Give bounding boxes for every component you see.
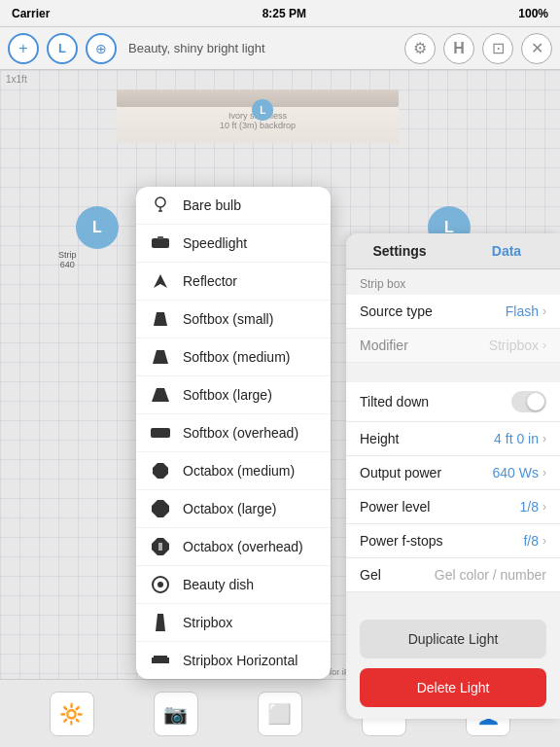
svg-rect-3 xyxy=(152,238,169,248)
speedlight-icon xyxy=(150,232,171,254)
settings-row-value-4: 640 Ws xyxy=(493,465,539,480)
softbox-small-icon xyxy=(150,308,171,330)
toolbar-right: ⚙ H ⊡ ✕ xyxy=(404,33,552,64)
settings-header: Settings Data xyxy=(346,233,560,269)
bare-bulb-icon xyxy=(150,195,171,216)
menu-item-softbox-small[interactable]: Softbox (small) xyxy=(136,301,331,338)
beauty-dish-icon xyxy=(150,574,171,595)
chevron-icon-4: › xyxy=(542,466,546,480)
menu-item-octabox-large[interactable]: Octabox (large) xyxy=(136,490,331,528)
menu-item-label-12: Stripbox Horizontal xyxy=(183,653,298,668)
tool-reflector[interactable]: ⬜ xyxy=(258,692,302,736)
menu-item-softbox-large[interactable]: Softbox (large) xyxy=(136,376,331,414)
light-button[interactable]: L xyxy=(47,33,78,64)
settings-row-7[interactable]: GelGel color / number xyxy=(346,558,560,592)
settings-row-value-container-1[interactable]: Stripbox› xyxy=(489,338,546,353)
softbox-large-icon xyxy=(150,384,171,406)
share-icon-btn[interactable]: ⊡ xyxy=(482,33,513,64)
menu-item-beauty-dish[interactable]: Beauty dish xyxy=(136,566,331,604)
settings-row-5[interactable]: Power level1/8› xyxy=(346,490,560,524)
chevron-icon-1: › xyxy=(542,338,546,352)
menu-item-label-1: Speedlight xyxy=(183,235,247,251)
menu-item-softbox-medium[interactable]: Softbox (medium) xyxy=(136,338,331,376)
svg-marker-6 xyxy=(153,463,168,479)
scene-button[interactable]: ⊕ xyxy=(86,33,117,64)
softbox-overhead-icon xyxy=(150,422,171,444)
stripbox-icon xyxy=(150,612,171,633)
settings-row-label-0: Source type xyxy=(360,303,433,319)
light-left[interactable]: L xyxy=(76,206,119,249)
menu-item-speedlight[interactable]: Speedlight xyxy=(136,225,331,263)
menu-item-label-0: Bare bulb xyxy=(183,197,241,213)
menu-item-label-8: Octabox (large) xyxy=(183,501,276,516)
settings-row-value-1: Stripbox xyxy=(489,338,539,353)
svg-rect-5 xyxy=(151,428,170,438)
menu-item-label-11: Stripbox xyxy=(183,615,232,630)
menu-item-label-3: Softbox (small) xyxy=(183,311,273,327)
octabox-medium-icon xyxy=(150,460,171,481)
settings-row-value-container-5[interactable]: 1/8› xyxy=(520,499,546,515)
settings-row-6[interactable]: Power f-stopsf/8› xyxy=(346,524,560,558)
settings-row-value-6: f/8 xyxy=(523,533,539,549)
delete-light-button[interactable]: Delete Light xyxy=(360,668,546,707)
settings-row-value-container-3[interactable]: 4 ft 0 in› xyxy=(494,431,546,446)
battery-label: 100% xyxy=(518,7,548,20)
settings-buttons: Duplicate Light Delete Light xyxy=(346,608,560,719)
duplicate-light-button[interactable]: Duplicate Light xyxy=(360,620,546,658)
settings-row-4[interactable]: Output power640 Ws› xyxy=(346,456,560,490)
canvas-area: 1x1ft Ivory seamless10 ft (3m) backdrop … xyxy=(0,70,560,747)
menu-item-label-5: Softbox (large) xyxy=(183,387,272,403)
settings-row-label-2: Tilted down xyxy=(360,394,429,409)
tool-camera[interactable]: 📷 xyxy=(154,692,198,736)
svg-rect-4 xyxy=(158,236,163,239)
settings-row-3[interactable]: Height4 ft 0 in› xyxy=(346,422,560,456)
backdrop: Ivory seamless10 ft (3m) backdrop L xyxy=(117,89,399,143)
settings-section-label: Strip box xyxy=(346,269,560,295)
svg-rect-9 xyxy=(158,543,162,551)
toggle-tilted-down[interactable] xyxy=(511,391,546,412)
dropdown-menu: Bare bulbSpeedlightReflectorSoftbox (sma… xyxy=(136,187,331,679)
tab-settings[interactable]: Settings xyxy=(346,233,453,268)
octabox-overhead-icon xyxy=(150,536,171,557)
settings-row-label-5: Power level xyxy=(360,499,430,515)
menu-item-octabox-overhead[interactable]: Octabox (overhead) xyxy=(136,528,331,566)
menu-item-stripbox-h[interactable]: Stripbox Horizontal xyxy=(136,642,331,679)
settings-row-value-container-4[interactable]: 640 Ws› xyxy=(493,465,546,480)
settings-icon-btn[interactable]: ⚙ xyxy=(404,33,436,64)
settings-row-value-0: Flash xyxy=(506,303,539,319)
settings-rows: Source typeFlash›ModifierStripbox›Tilted… xyxy=(346,295,560,592)
menu-item-octabox-medium[interactable]: Octabox (medium) xyxy=(136,452,331,490)
light-left-label: Strip640 xyxy=(58,250,77,269)
home-icon-btn[interactable]: H xyxy=(443,33,474,64)
softbox-medium-icon xyxy=(150,346,171,368)
tool-light[interactable]: 🔆 xyxy=(50,692,94,736)
svg-point-0 xyxy=(156,197,165,207)
close-icon-btn[interactable]: ✕ xyxy=(521,33,552,64)
menu-item-label-2: Reflector xyxy=(183,273,237,289)
octabox-large-icon xyxy=(150,498,171,519)
menu-item-bare-bulb[interactable]: Bare bulb xyxy=(136,187,331,225)
app-title: Beauty, shiny bright light xyxy=(124,41,397,55)
settings-row-label-4: Output power xyxy=(360,465,441,480)
settings-row-0[interactable]: Source typeFlash› xyxy=(346,295,560,329)
settings-row-2: Tilted down xyxy=(346,382,560,422)
tab-data[interactable]: Data xyxy=(453,233,560,268)
menu-item-label-7: Octabox (medium) xyxy=(183,463,295,479)
menu-item-softbox-overhead[interactable]: Softbox (overhead) xyxy=(136,414,331,452)
carrier-label: Carrier xyxy=(12,7,50,20)
settings-row-value-container-6[interactable]: f/8› xyxy=(523,533,546,549)
menu-item-stripbox[interactable]: Stripbox xyxy=(136,604,331,642)
settings-row-value-container-0[interactable]: Flash› xyxy=(506,303,546,319)
add-button[interactable]: + xyxy=(8,33,39,64)
chevron-icon-5: › xyxy=(542,500,546,514)
menu-item-reflector[interactable]: Reflector xyxy=(136,263,331,301)
settings-row-label-3: Height xyxy=(360,431,399,446)
chevron-icon-0: › xyxy=(542,304,546,318)
settings-row-value-7: Gel color / number xyxy=(435,567,546,583)
menu-item-label-6: Softbox (overhead) xyxy=(183,425,298,441)
toolbar: + L ⊕ Beauty, shiny bright light ⚙ H ⊡ ✕ xyxy=(0,27,560,70)
settings-row-1[interactable]: ModifierStripbox› xyxy=(346,329,560,363)
settings-row-value-3: 4 ft 0 in xyxy=(494,431,539,446)
scale-label: 1x1ft xyxy=(6,74,27,85)
menu-item-label-9: Octabox (overhead) xyxy=(183,539,303,554)
